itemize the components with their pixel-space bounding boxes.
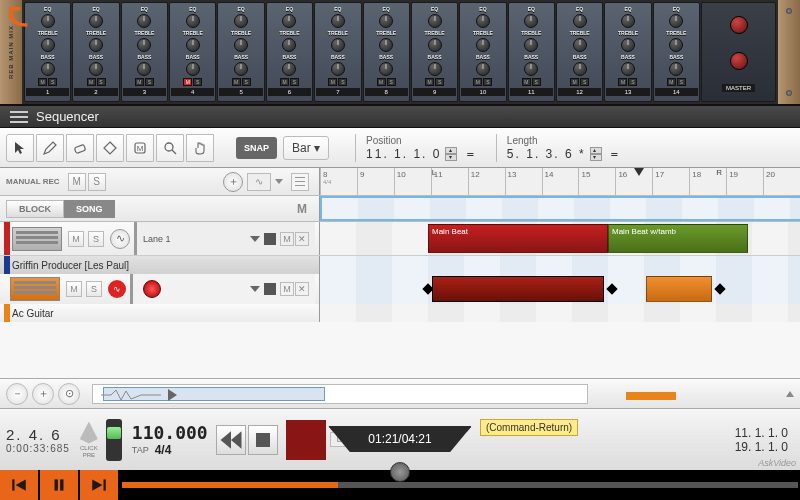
magnify-tool[interactable] (156, 134, 184, 162)
lane-mute[interactable]: M (280, 232, 294, 246)
track-fx-button[interactable]: ∿ (110, 229, 130, 249)
channel-mute-button[interactable]: M (667, 78, 676, 86)
mixer-channel-2[interactable]: EQ TREBLE BASS MS 2 (72, 2, 119, 102)
channel-mute-button[interactable]: M (618, 78, 627, 86)
treble-knob[interactable] (331, 38, 345, 52)
stop-button[interactable] (248, 425, 278, 455)
treble-knob[interactable] (573, 38, 587, 52)
snap-button[interactable]: SNAP (236, 137, 277, 159)
loop-locator-display[interactable]: 11. 1. 1. 0 19. 1. 1. 0 (735, 426, 788, 454)
treble-knob[interactable] (186, 38, 200, 52)
mixer-channel-9[interactable]: EQ TREBLE BASS MS 9 (411, 2, 458, 102)
video-prev-button[interactable] (0, 470, 38, 500)
treble-knob[interactable] (476, 38, 490, 52)
click-toggle[interactable]: CLICK PRE (80, 422, 98, 458)
eq-knob[interactable] (476, 14, 490, 28)
eq-knob[interactable] (621, 14, 635, 28)
bass-knob[interactable] (621, 62, 635, 76)
eq-knob[interactable] (234, 14, 248, 28)
channel-solo-button[interactable]: S (435, 78, 444, 86)
position-field[interactable]: Position 11. 1. 1. 0▴▾ = (366, 135, 476, 161)
clip-handle[interactable] (714, 283, 725, 294)
treble-knob[interactable] (669, 38, 683, 52)
channel-mute-button[interactable]: M (522, 78, 531, 86)
channel-mute-button[interactable]: M (135, 78, 144, 86)
channel-solo-button[interactable]: S (338, 78, 347, 86)
lane-menu-icon[interactable] (250, 286, 260, 292)
track-solo-button[interactable]: S (88, 231, 104, 247)
mixer-channel-4[interactable]: EQ TREBLE BASS MS 4 (169, 2, 216, 102)
snap-value-select[interactable]: Bar ▾ (283, 136, 329, 160)
master-knob[interactable] (730, 52, 748, 70)
back-button[interactable] (4, 4, 32, 36)
ruler-tick[interactable]: 17 (652, 168, 689, 195)
bass-knob[interactable] (234, 62, 248, 76)
bass-knob[interactable] (669, 62, 683, 76)
record-region[interactable] (286, 420, 326, 460)
ruler-tick[interactable]: 15 (578, 168, 615, 195)
lane-color[interactable] (264, 233, 276, 245)
bass-knob[interactable] (331, 62, 345, 76)
channel-solo-button[interactable]: S (483, 78, 492, 86)
track-ac-guitar[interactable]: Ac Guitar (0, 304, 800, 322)
video-progress-bar[interactable] (122, 482, 798, 488)
channel-solo-button[interactable]: S (193, 78, 202, 86)
channel-mute-button[interactable]: M (473, 78, 482, 86)
channel-solo-button[interactable]: S (387, 78, 396, 86)
razor-tool[interactable] (96, 134, 124, 162)
song-navigator[interactable] (92, 384, 588, 404)
bass-knob[interactable] (428, 62, 442, 76)
treble-knob[interactable] (137, 38, 151, 52)
bass-knob[interactable] (476, 62, 490, 76)
tap-tempo-button[interactable]: TAP (132, 445, 149, 455)
channel-mute-button[interactable]: M (425, 78, 434, 86)
treble-knob[interactable] (41, 38, 55, 52)
treble-knob[interactable] (428, 38, 442, 52)
record-arm-button[interactable] (143, 280, 161, 298)
lane-mute[interactable]: M (280, 282, 294, 296)
channel-mute-button[interactable]: M (280, 78, 289, 86)
song-mode-button[interactable]: SONG (64, 200, 115, 218)
treble-knob[interactable] (89, 38, 103, 52)
channel-mute-button[interactable]: M (183, 78, 192, 86)
video-pause-button[interactable] (40, 470, 78, 500)
eq-knob[interactable] (573, 14, 587, 28)
ruler-tick[interactable]: 18R (689, 168, 726, 195)
position-display[interactable]: 2. 4. 6 0:00:33:685 (6, 426, 70, 454)
eq-knob[interactable] (379, 14, 393, 28)
mixer-channel-8[interactable]: EQ TREBLE BASS MS 8 (363, 2, 410, 102)
audio-clip[interactable] (646, 276, 712, 302)
bass-knob[interactable] (186, 62, 200, 76)
channel-solo-button[interactable]: S (677, 78, 686, 86)
rewind-button[interactable] (216, 425, 246, 455)
device-icon[interactable] (10, 277, 60, 301)
mixer-channel-13[interactable]: EQ TREBLE BASS MS 13 (604, 2, 651, 102)
bass-knob[interactable] (379, 62, 393, 76)
channel-solo-button[interactable]: S (48, 78, 57, 86)
eq-knob[interactable] (331, 14, 345, 28)
clip-main-beat-tamb[interactable]: Main Beat w/tamb (608, 224, 748, 253)
ruler-tick[interactable]: 20 (763, 168, 800, 195)
mixer-master[interactable]: MASTER (701, 2, 776, 102)
treble-knob[interactable] (379, 38, 393, 52)
loop-right-marker[interactable]: R (716, 168, 726, 178)
treble-knob[interactable] (621, 38, 635, 52)
mini-overview[interactable] (596, 392, 776, 396)
lane-view-button[interactable] (291, 173, 309, 191)
track-solo-button[interactable]: S (86, 281, 102, 297)
channel-mute-button[interactable]: M (87, 78, 96, 86)
tempo-display[interactable]: 110.000 TAP4/4 (132, 422, 208, 457)
pencil-tool[interactable] (36, 134, 64, 162)
channel-solo-button[interactable]: S (290, 78, 299, 86)
bass-knob[interactable] (524, 62, 538, 76)
treble-knob[interactable] (234, 38, 248, 52)
length-stepper[interactable]: ▴▾ (590, 147, 602, 161)
lane-color[interactable] (264, 283, 276, 295)
track-fx-badge[interactable]: ∿ (108, 280, 126, 298)
mute-tool[interactable]: M (126, 134, 154, 162)
ruler-tick[interactable]: 13 (505, 168, 542, 195)
ruler-tick[interactable]: 19 (726, 168, 763, 195)
bass-knob[interactable] (282, 62, 296, 76)
mixer-channel-11[interactable]: EQ TREBLE BASS MS 11 (508, 2, 555, 102)
expand-up-icon[interactable] (786, 391, 794, 397)
